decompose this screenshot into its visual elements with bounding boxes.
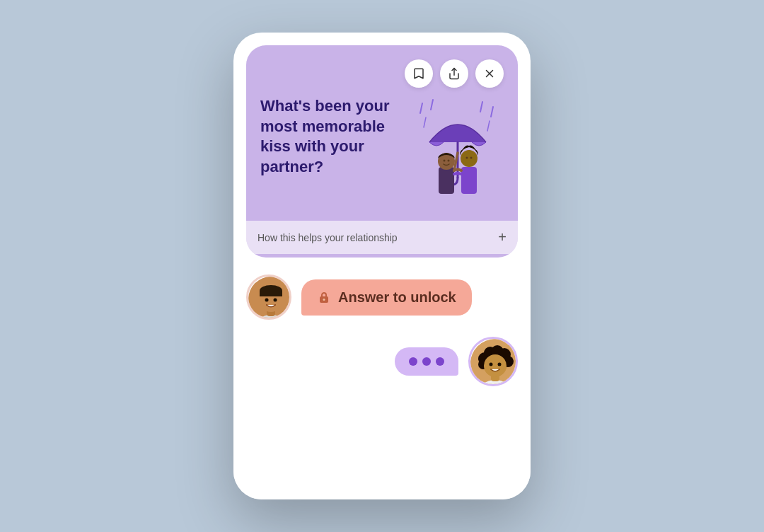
svg-line-7	[424, 117, 426, 127]
action-buttons-row	[260, 59, 504, 88]
question-card: What's been your most memorable kiss wit…	[246, 45, 518, 258]
question-illustration-row: What's been your most memorable kiss wit…	[260, 96, 504, 209]
bookmark-button[interactable]	[405, 59, 433, 88]
phone-frame: What's been your most memorable kiss wit…	[233, 33, 531, 499]
avatar-man	[246, 274, 291, 320]
svg-line-5	[480, 102, 482, 112]
svg-rect-14	[461, 167, 477, 194]
avatar-woman	[468, 337, 518, 386]
couple-svg	[412, 96, 504, 209]
chat-area: Answer to unlock	[233, 258, 531, 499]
svg-point-17	[470, 157, 473, 159]
answer-bubble-row: Answer to unlock	[246, 274, 518, 320]
svg-point-40	[498, 363, 502, 366]
share-icon	[448, 67, 461, 80]
svg-point-25	[274, 299, 277, 302]
svg-line-3	[420, 103, 422, 113]
svg-point-12	[444, 160, 446, 162]
svg-point-15	[461, 150, 478, 167]
answer-unlock-text: Answer to unlock	[338, 289, 456, 306]
expand-icon: +	[498, 229, 507, 245]
answer-to-unlock-bubble[interactable]: Answer to unlock	[301, 279, 472, 316]
svg-rect-10	[439, 167, 454, 194]
question-text: What's been your most memorable kiss wit…	[260, 96, 405, 177]
svg-line-8	[487, 121, 490, 131]
svg-point-39	[490, 363, 493, 366]
typing-bubble	[395, 347, 458, 376]
typing-dot-3	[436, 357, 444, 366]
svg-point-38	[484, 354, 507, 377]
lock-icon	[317, 290, 331, 304]
svg-rect-23	[260, 291, 282, 296]
svg-point-27	[323, 299, 325, 301]
svg-line-4	[431, 100, 433, 110]
close-icon	[483, 67, 496, 80]
how-helps-row[interactable]: How this helps your relationship +	[246, 221, 518, 254]
typing-dot-2	[422, 357, 431, 366]
typing-bubble-row	[246, 337, 518, 386]
close-button[interactable]	[475, 59, 504, 88]
woman-avatar-svg	[470, 339, 518, 386]
svg-point-24	[265, 299, 269, 302]
couple-illustration	[412, 96, 504, 209]
svg-line-6	[491, 107, 493, 117]
svg-point-16	[466, 157, 468, 159]
typing-dot-1	[409, 357, 417, 366]
how-helps-text: How this helps your relationship	[257, 232, 398, 243]
bookmark-icon	[412, 67, 425, 80]
svg-point-13	[448, 160, 450, 162]
share-button[interactable]	[440, 59, 468, 88]
man-avatar-svg	[248, 277, 291, 320]
